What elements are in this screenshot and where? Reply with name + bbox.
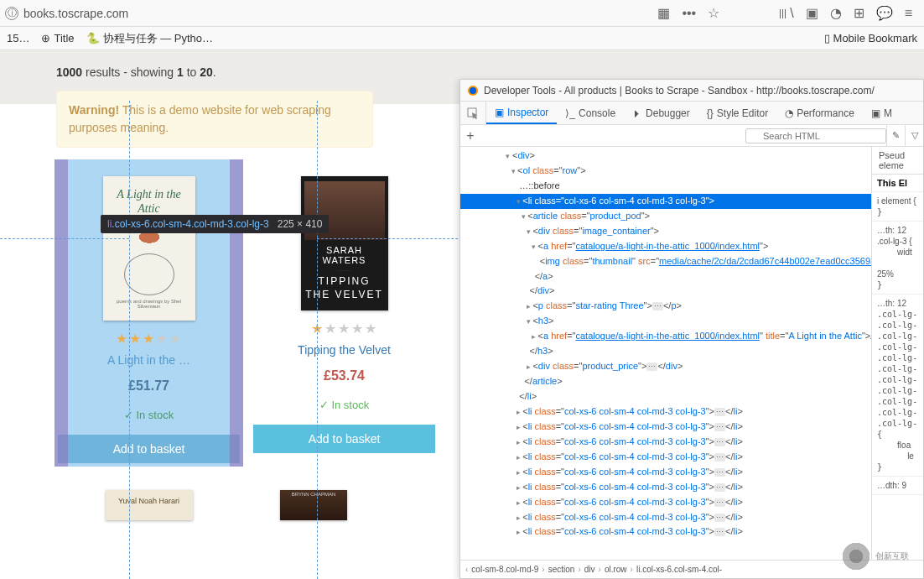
devtools-search-bar: + ✎ ▽ (460, 125, 923, 147)
inspector-tooltip: li.col-xs-6.col-sm-4.col-md-3.col-lg-3 2… (101, 215, 329, 233)
star-icon[interactable]: ☆ (708, 5, 719, 21)
devtools-title-bar: Developer Tools - All products | Books t… (460, 80, 923, 102)
reader-icon[interactable]: ▦ (657, 5, 670, 21)
eyedropper-icon[interactable]: ✎ (886, 125, 905, 146)
search-html-input[interactable] (745, 128, 886, 143)
bookmark-bar: 15… ⊕ Title 🐍 协程与任务 — Pytho… ▯ Mobile Bo… (0, 27, 924, 50)
dom-tree[interactable]: ▾<div> ▾<ol class="row"> …::before ▾<li … (460, 147, 871, 560)
results-line: 1000 results - showing 1 to 20. (44, 50, 881, 79)
library-icon[interactable]: ⫼\ (776, 6, 793, 21)
devtools-tabs: ▣ Inspector ⟩_ Console ⏵ Debugger {} Sty… (460, 102, 923, 125)
new-node-button[interactable]: + (460, 128, 480, 143)
addr-right-icons: ▦ ••• ☆ ⫼\ ▣ ◔ ⊞ 💬 ≡ (657, 5, 912, 21)
mobile-bookmarks[interactable]: ▯ Mobile Bookmark (824, 32, 917, 44)
tab-debugger[interactable]: ⏵ Debugger (624, 102, 698, 124)
address-bar: ⓘ books.toscrape.com ▦ ••• ☆ ⫼\ ▣ ◔ ⊞ 💬 … (0, 0, 924, 27)
more-icon[interactable]: ••• (682, 6, 696, 21)
stock-status: ✓ In stock (56, 409, 241, 421)
product-price: £51.77 (56, 378, 241, 394)
bookmark-2[interactable]: 🐍 协程与任务 — Pytho… (86, 31, 213, 46)
chat-icon[interactable]: 💬 (876, 5, 893, 21)
tab-console[interactable]: ⟩_ Console (557, 102, 624, 124)
styles-panel[interactable]: Pseud eleme This El i element { } …th: 1… (871, 147, 923, 560)
url-text[interactable]: books.toscrape.com (23, 7, 657, 20)
tab-performance[interactable]: ◔ Performance (776, 102, 863, 124)
product-title[interactable]: A Light in the … (56, 353, 241, 367)
filter-icon[interactable]: ▽ (905, 125, 923, 146)
bookmark-0[interactable]: 15… (7, 32, 29, 44)
bookmark-1[interactable]: ⊕ Title (41, 32, 74, 44)
info-icon[interactable]: ⓘ (5, 7, 18, 20)
menu-icon[interactable]: ≡ (905, 6, 912, 21)
add-to-basket-button[interactable]: Add to basket (253, 425, 435, 453)
sync-icon[interactable]: ◔ (830, 5, 842, 21)
firefox-icon (467, 85, 479, 96)
product-card[interactable]: SARAH WATERS · · · · · · TIPPINGTHE VELV… (250, 159, 439, 467)
add-to-basket-button[interactable]: Add to basket (58, 435, 240, 463)
devtools-panel: Developer Tools - All products | Books t… (459, 79, 924, 579)
star-rating: ★★★★★ (252, 321, 437, 336)
tab-inspector[interactable]: ▣ Inspector (486, 102, 557, 124)
book-cover[interactable]: BRYNN CHAPMAN (280, 490, 347, 520)
element-picker-icon[interactable] (460, 102, 486, 124)
svg-point-1 (470, 87, 476, 94)
book-cover[interactable]: SARAH WATERS · · · · · · TIPPINGTHE VELV… (301, 176, 388, 310)
tab-more[interactable]: ▣ M (863, 102, 901, 124)
watermark: 创新互联 (840, 540, 909, 572)
stock-status: ✓ In stock (252, 399, 437, 411)
product-card[interactable]: BRYNN CHAPMAN (250, 473, 439, 532)
product-card[interactable]: Yuval Noah Harari (55, 473, 243, 532)
product-card[interactable]: A Light in the Attic poems and drawings … (55, 159, 243, 467)
book-cover[interactable]: Yuval Noah Harari (106, 490, 193, 520)
product-title[interactable]: Tipping the Velvet (252, 343, 437, 357)
ext-icon[interactable]: ⊞ (854, 5, 864, 21)
tab-style-editor[interactable]: {} Style Editor (698, 102, 776, 124)
sidebar-icon[interactable]: ▣ (806, 5, 818, 21)
star-rating: ★★★★★ (56, 331, 241, 347)
product-price: £53.74 (252, 368, 437, 383)
warning-alert: Warning! This is a demo website for web … (56, 91, 373, 148)
book-cover[interactable]: A Light in the Attic poems and drawings … (103, 176, 195, 321)
